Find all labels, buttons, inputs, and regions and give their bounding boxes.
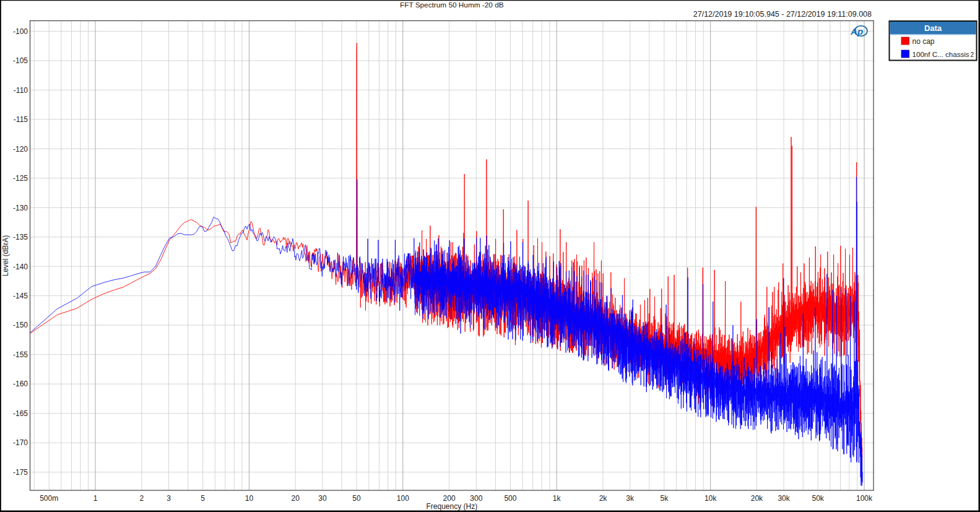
svg-text:27/12/2019 19:10:05.945 - 27/1: 27/12/2019 19:10:05.945 - 27/12/2019 19:…: [693, 10, 872, 19]
svg-text:100nf C... chassis: 100nf C... chassis: [913, 50, 969, 58]
svg-text:20: 20: [292, 494, 300, 503]
svg-text:-170: -170: [13, 438, 28, 447]
svg-text:FFT Spectrum 50 Humm -20 dB: FFT Spectrum 50 Humm -20 dB: [400, 1, 504, 9]
svg-text:no cap: no cap: [913, 37, 935, 46]
svg-text:-150: -150: [13, 321, 28, 329]
svg-text:10: 10: [245, 494, 254, 503]
svg-text:1: 1: [93, 494, 98, 503]
svg-text:-115: -115: [14, 115, 28, 124]
svg-text:-130: -130: [13, 204, 28, 212]
svg-text:1k: 1k: [553, 494, 562, 503]
svg-text:Level (dBrA): Level (dBrA): [1, 235, 10, 277]
svg-text:30k: 30k: [778, 494, 790, 503]
svg-text:100: 100: [397, 494, 409, 503]
svg-text:-105: -105: [13, 56, 28, 65]
svg-text:Frequency (Hz): Frequency (Hz): [426, 502, 477, 511]
svg-text:-120: -120: [13, 145, 28, 154]
svg-text:2: 2: [970, 51, 974, 58]
svg-text:-100: -100: [13, 27, 28, 36]
svg-text:50: 50: [352, 494, 361, 503]
svg-text:-155: -155: [13, 350, 28, 359]
svg-text:20k: 20k: [751, 494, 763, 503]
svg-text:500: 500: [504, 494, 516, 503]
svg-text:10k: 10k: [705, 494, 717, 503]
svg-text:500m: 500m: [40, 494, 58, 503]
svg-text:-125: -125: [13, 174, 28, 183]
svg-text:-175: -175: [13, 468, 28, 477]
svg-text:2k: 2k: [599, 494, 608, 503]
svg-text:-110: -110: [14, 86, 28, 95]
svg-text:-165: -165: [13, 409, 28, 418]
svg-text:100k: 100k: [856, 494, 873, 503]
svg-text:Ap: Ap: [850, 26, 863, 37]
svg-text:3: 3: [167, 494, 171, 503]
svg-text:-135: -135: [13, 233, 28, 241]
svg-text:Data: Data: [924, 24, 942, 33]
svg-text:30: 30: [318, 494, 327, 503]
svg-text:-160: -160: [13, 380, 28, 388]
svg-text:5k: 5k: [660, 494, 669, 503]
svg-text:3k: 3k: [626, 494, 635, 503]
svg-text:5: 5: [201, 494, 205, 503]
svg-text:-140: -140: [13, 263, 28, 271]
svg-text:50k: 50k: [812, 494, 825, 503]
svg-text:-145: -145: [13, 292, 28, 300]
svg-text:2: 2: [139, 494, 144, 503]
